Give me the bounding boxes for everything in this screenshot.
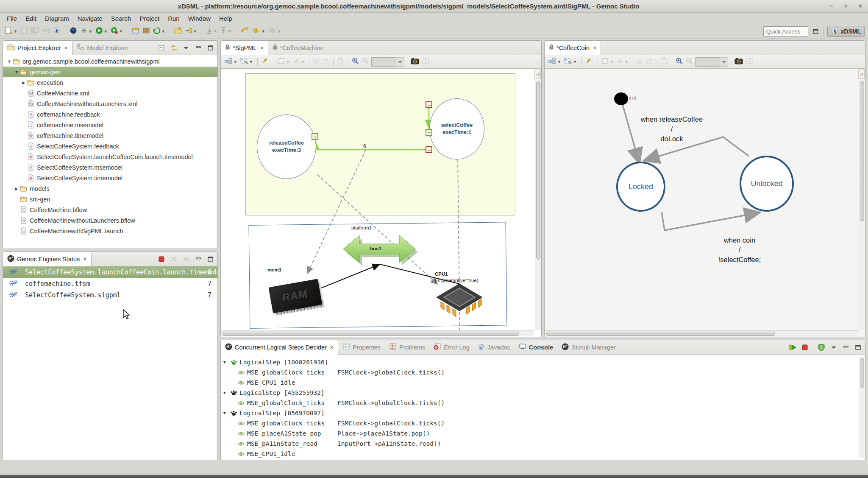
select-input-port[interactable] xyxy=(426,129,432,136)
mse-event-row[interactable]: MSE_globalClock_ticksFSMClock->globalClo… xyxy=(221,418,325,428)
tree-item-src-gen[interactable]: src-gen xyxy=(3,194,217,204)
menu-search[interactable]: Search xyxy=(107,14,136,23)
external-tools-dropdown[interactable]: ▼ xyxy=(89,29,92,34)
zoom-level-input[interactable] xyxy=(371,57,396,67)
steps-vertical-scrollbar[interactable] xyxy=(859,357,865,458)
selection-mode-dropdown[interactable]: ▼ xyxy=(249,60,253,64)
decider-menu-button[interactable] xyxy=(829,343,838,352)
logical-step-row[interactable]: ▼LogicalStep [455255932] xyxy=(221,388,325,398)
sigpml-canvas[interactable]: platform1 xyxy=(221,69,541,337)
menu-edit[interactable]: Edit xyxy=(21,14,41,23)
refresh-button[interactable]: ▼ xyxy=(152,26,166,37)
build-all-button[interactable] xyxy=(142,26,151,37)
debug-record-button[interactable]: ▼ xyxy=(110,26,124,37)
tab-error-log[interactable]: Error Log xyxy=(429,340,473,354)
init-state[interactable] xyxy=(614,92,628,105)
mse-event-row[interactable]: MSE_globalClock_ticksFSMClock->globalClo… xyxy=(221,367,325,377)
tree-item-coffeemachine.bflow[interactable]: CoffeeMachine.bflow xyxy=(3,204,217,215)
mse-event-row[interactable]: MSE_placeA1State_popPlace->placeA1State.… xyxy=(221,428,321,439)
tree-item-coffeemachinewithsigpml.launch[interactable]: CoffeeMachinewithSigPML.launch xyxy=(3,226,217,236)
allocation-link-cpu[interactable] xyxy=(317,175,437,284)
mse-event-row[interactable]: MSE_CPU1_idle xyxy=(221,449,295,459)
release-output-port[interactable] xyxy=(312,133,318,140)
new-package-button[interactable] xyxy=(131,26,140,37)
decider-shield-button[interactable] xyxy=(817,343,826,352)
tab-close-icon[interactable]: × xyxy=(593,45,596,51)
xdsml-perspective-button[interactable]: xDSML xyxy=(827,26,865,37)
quick-access-input[interactable] xyxy=(763,26,808,36)
open-resource-button[interactable] xyxy=(173,26,183,37)
tree-item-coffeemachine.xml[interactable]: CoffeeMachine.xml xyxy=(3,88,217,98)
refresh-diagram-button[interactable] xyxy=(260,57,270,67)
logical-step-row[interactable]: ▼LogicalStep [856970097] xyxy=(221,408,325,418)
copy-appearance-dropdown[interactable]: ▼ xyxy=(610,60,614,64)
tab-problems[interactable]: Problems xyxy=(385,340,429,354)
run-dropdown[interactable]: ▼ xyxy=(104,29,108,34)
minimize-button[interactable] xyxy=(842,343,850,352)
filters-dropdown[interactable]: ▼ xyxy=(625,60,629,64)
menu-project[interactable]: Project xyxy=(135,14,164,23)
prev-annotation-dropdown[interactable]: ▼ xyxy=(228,29,231,34)
expander-icon[interactable]: ▼ xyxy=(14,70,19,74)
expander-icon[interactable]: ▶ xyxy=(21,81,27,85)
logical-step-row[interactable]: ▼LogicalStep [1008261936] xyxy=(221,357,328,367)
search-dropdown[interactable]: ▼ xyxy=(193,29,197,34)
palette-collapse-button[interactable]: ◁ xyxy=(534,70,541,79)
tree-item-selectcoffeesystem.launchcoffeecoin.launch.timemodel[interactable]: SelectCoffeeSystem.launchCoffeeCoin.laun… xyxy=(3,151,217,162)
menu-navigate[interactable]: Navigate xyxy=(73,14,107,23)
zoom-level-dropdown[interactable] xyxy=(396,57,404,67)
stop-button[interactable] xyxy=(801,343,809,352)
mse-event-row[interactable]: MSE_pA1inState_readInputPort->pA1inState… xyxy=(221,439,317,449)
tab-close-icon[interactable]: × xyxy=(64,45,68,51)
debug-record-dropdown[interactable]: ▼ xyxy=(119,29,123,34)
zoom-level-dropdown[interactable] xyxy=(720,57,728,67)
annotation-tool-button[interactable] xyxy=(52,26,61,37)
palette-collapse-button[interactable]: ◁ xyxy=(858,70,865,79)
menu-run[interactable]: Run xyxy=(164,14,184,23)
locked-state[interactable]: Locked xyxy=(616,162,665,212)
menu-diagram[interactable]: Diagram xyxy=(41,14,73,23)
refresh-diagram-button[interactable] xyxy=(584,57,594,67)
tab-coffeecoin[interactable]: *CoffeeCoin× xyxy=(545,41,601,55)
new-wizard-dropdown[interactable]: ▼ xyxy=(14,29,17,34)
layout-mode-dropdown[interactable]: ▼ xyxy=(234,60,237,64)
unlocked-state[interactable]: Unlocked xyxy=(740,156,794,212)
engine-row[interactable]: SelectCoffeeSystem.sigpml7 xyxy=(3,289,217,301)
sigpml-horizontal-scrollbar[interactable] xyxy=(221,330,534,336)
titlebar[interactable]: xDSML - platform:/resource/org.gemoc.sam… xyxy=(0,0,868,13)
run-button[interactable]: ▼ xyxy=(95,26,108,37)
filters-dropdown[interactable]: ▼ xyxy=(301,60,305,64)
back-button[interactable]: ▼ xyxy=(251,26,266,37)
selection-mode-button[interactable]: ▼ xyxy=(563,57,578,67)
maximize-button[interactable] xyxy=(854,343,862,352)
layout-mode-button[interactable]: ▼ xyxy=(223,57,238,67)
selection-mode-dropdown[interactable]: ▼ xyxy=(573,60,577,64)
tab-javadoc[interactable]: @Javadoc xyxy=(474,340,515,354)
mem-bus-link[interactable] xyxy=(321,265,379,288)
last-edit-location-button[interactable] xyxy=(239,26,250,37)
zoom-in-button[interactable] xyxy=(675,57,684,67)
tree-item-org.gemoc.sample.bcool.coffeemachinewithsigpml[interactable]: ▼org.gemoc.sample.bcool.coffeemachinewit… xyxy=(3,56,217,67)
window-maximize-button[interactable]: + xyxy=(842,2,850,10)
expander-icon[interactable]: ▼ xyxy=(223,360,229,364)
open-perspective-button[interactable] xyxy=(812,27,820,36)
expander-icon[interactable]: ▼ xyxy=(223,391,229,395)
minimize-button[interactable] xyxy=(194,44,203,52)
menu-file[interactable]: File xyxy=(3,14,21,23)
tree-item-selectcoffeesystem.feedback[interactable]: SelectCoffeeSystem.feedback xyxy=(3,141,217,151)
tab-model-explorer[interactable]: Model Explorer xyxy=(72,41,133,55)
forward-dropdown[interactable]: ▼ xyxy=(277,29,281,34)
tab-console[interactable]: Console xyxy=(515,340,557,354)
select-input-port-top[interactable] xyxy=(426,101,432,108)
window-close-button[interactable]: × xyxy=(856,2,865,10)
menu-help[interactable]: Help xyxy=(215,14,236,23)
expander-icon[interactable]: ▼ xyxy=(223,411,229,415)
tree-item-coffeemachinewithoutlaunchers.xml[interactable]: CoffeeMachinewithoutLaunchers.xml xyxy=(3,98,217,109)
expander-icon[interactable]: ▼ xyxy=(6,59,12,64)
data-link-2[interactable] xyxy=(315,142,426,150)
release-coffee-node[interactable]: releaseCoffee execTime:3 xyxy=(257,115,316,179)
engine-row[interactable]: SelectCoffeeSystem.launchCoffeeCoin.laun… xyxy=(3,266,217,278)
next-annotation-dropdown[interactable]: ▼ xyxy=(214,29,217,34)
external-tools-button[interactable]: ▼ xyxy=(79,26,93,37)
tab-close-icon[interactable]: × xyxy=(260,45,263,51)
